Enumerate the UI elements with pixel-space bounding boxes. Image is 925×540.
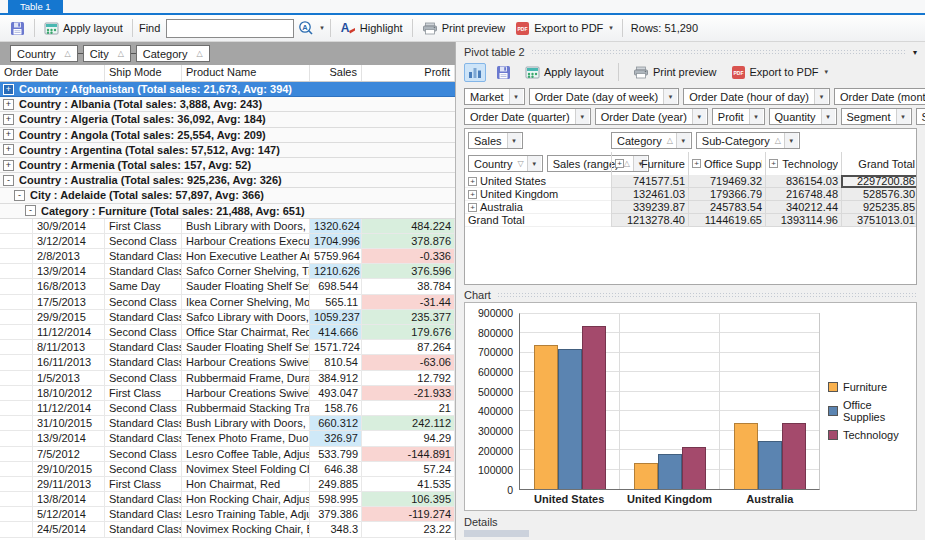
cell-sales[interactable]: 1059.237 [310, 310, 362, 324]
print-preview-button[interactable]: Print preview [417, 20, 511, 37]
cell-profit[interactable]: 12.792 [362, 371, 455, 385]
field-dropdown-icon[interactable]: ▾ [821, 109, 835, 124]
pivot-cell[interactable]: 339239.87 [611, 201, 688, 214]
column-header-order-date[interactable]: Order Date [0, 65, 105, 81]
cell-ship-mode[interactable]: Standard Class [105, 355, 182, 369]
group-row[interactable]: +Country : Afghanistan (Total sales: 21,… [0, 82, 455, 97]
cell-product-name[interactable]: Bush Library with Doors, Mobile [182, 416, 310, 430]
filter-chip-order-date-hour-of-day[interactable]: Order Date (hour of day)▾ [683, 88, 830, 105]
column-header-ship-mode[interactable]: Ship Mode [105, 65, 182, 81]
cell-order-date[interactable]: 30/9/2014 [33, 219, 105, 233]
cell-profit[interactable]: 235.377 [362, 310, 455, 324]
cell-product-name[interactable]: Tenex Photo Frame, Duo Pack [182, 431, 310, 445]
filter-chip-state[interactable]: State▾ [916, 108, 925, 125]
cell-sales[interactable]: 348.3 [310, 522, 362, 536]
cell-sales[interactable]: 1210.626 [310, 264, 362, 278]
cell-profit[interactable]: 23.22 [362, 522, 455, 536]
cell-profit[interactable]: 57.24 [362, 462, 455, 476]
data-row[interactable]: 8/11/2013Standard ClassSauder Floating S… [0, 340, 455, 355]
cell-ship-mode[interactable]: Standard Class [105, 310, 182, 324]
cell-ship-mode[interactable]: Second Class [105, 447, 182, 461]
pivot-cell[interactable]: 1393114.96 [765, 214, 841, 227]
cell-product-name[interactable]: Ikea Corner Shelving, Mobile [182, 295, 310, 309]
details-collapsed-bar[interactable] [464, 530, 529, 537]
expand-group-icon[interactable]: + [3, 114, 14, 125]
cell-sales[interactable]: 414.666 [310, 325, 362, 339]
cell-profit[interactable]: 376.596 [362, 264, 455, 278]
column-field-chip-category[interactable]: Category△▾ [611, 132, 692, 149]
expand-group-icon[interactable]: + [3, 129, 14, 140]
cell-product-name[interactable]: Harbour Creations Swivel Stool, . [182, 386, 310, 400]
cell-sales[interactable]: 660.312 [310, 416, 362, 430]
expand-group-icon[interactable]: + [3, 144, 14, 155]
pivot-cell[interactable]: 132461.03 [611, 188, 688, 201]
search-dropdown-arrow[interactable]: ▾ [320, 24, 324, 32]
pivot-export-pdf-button[interactable]: PDF Export to PDF ▾ [727, 63, 833, 82]
column-field-chip-sub-category[interactable]: Sub-Category△▾ [696, 132, 800, 149]
cell-ship-mode[interactable]: Standard Class [105, 492, 182, 506]
cell-ship-mode[interactable]: Standard Class [105, 340, 182, 354]
cell-order-date[interactable]: 13/8/2014 [33, 492, 105, 506]
expand-group-icon[interactable]: + [3, 160, 14, 171]
data-row[interactable]: 29/11/2013First ClassHon Chairmat, Red24… [0, 477, 455, 492]
highlight-button[interactable]: A Highlight [335, 19, 408, 37]
cell-order-date[interactable]: 18/10/2012 [33, 386, 105, 400]
filter-chip-segment[interactable]: Segment▾ [841, 108, 912, 125]
cell-order-date[interactable]: 13/9/2014 [33, 264, 105, 278]
cell-order-date[interactable]: 11/12/2014 [33, 401, 105, 415]
field-dropdown-icon[interactable]: ▾ [749, 109, 763, 124]
cell-ship-mode[interactable]: Second Class [105, 462, 182, 476]
cell-profit[interactable]: 38.784 [362, 279, 455, 293]
group-row[interactable]: +Country : Algeria (Total sales: 36,092,… [0, 112, 455, 127]
group-row[interactable]: +Country : Armenia (Total sales: 157, Av… [0, 158, 455, 173]
row-field-chip-country[interactable]: Country▽▾ [468, 155, 543, 172]
cell-ship-mode[interactable]: Second Class [105, 295, 182, 309]
cell-profit[interactable]: 106.395 [362, 492, 455, 506]
column-header-profit[interactable]: Profit [362, 65, 455, 81]
cell-sales[interactable]: 158.76 [310, 401, 362, 415]
data-row[interactable]: 1/5/2013Second ClassRubbermaid Frame, Du… [0, 371, 455, 386]
expand-column-icon[interactable]: + [769, 159, 778, 168]
field-dropdown-icon[interactable]: ▾ [507, 133, 521, 148]
cell-order-date[interactable]: 16/8/2013 [33, 279, 105, 293]
group-row[interactable]: -Category : Furniture (Total sales: 21,4… [0, 204, 455, 219]
cell-profit[interactable]: -0.336 [362, 249, 455, 263]
export-pdf-dropdown-arrow[interactable]: ▾ [609, 24, 613, 32]
data-row[interactable]: 29/10/2015Second ClassNovimex Steel Fold… [0, 462, 455, 477]
filter-chip-order-date-month[interactable]: Order Date (month)▾ [834, 88, 925, 105]
cell-sales[interactable]: 326.97 [310, 431, 362, 445]
pivot-cell[interactable]: 340212.44 [765, 201, 841, 214]
data-row[interactable]: 18/10/2012First ClassHarbour Creations S… [0, 386, 455, 401]
filter-chip-order-date-year[interactable]: Order Date (year)▾ [595, 108, 708, 125]
pivot-print-preview-button[interactable]: Print preview [629, 64, 721, 81]
pivot-row-header-united-kingdom[interactable]: +United Kingdom [465, 188, 611, 201]
cell-product-name[interactable]: Lesro Coffee Table, Adjustable H [182, 447, 310, 461]
group-row[interactable]: -City : Adelaide (Total sales: 57,897, A… [0, 188, 455, 203]
group-field-chip-city[interactable]: City△ [83, 45, 131, 62]
cell-sales[interactable]: 598.995 [310, 492, 362, 506]
pivot-cell[interactable]: 741577.51 [611, 175, 688, 188]
cell-profit[interactable]: 41.535 [362, 477, 455, 491]
pivot-column-header-technology[interactable]: +Technology [765, 152, 841, 175]
cell-sales[interactable]: 565.11 [310, 295, 362, 309]
cell-order-date[interactable]: 3/12/2014 [33, 234, 105, 248]
field-dropdown-icon[interactable]: ▾ [676, 133, 690, 148]
expand-column-icon[interactable]: + [615, 159, 624, 168]
cell-order-date[interactable]: 31/10/2015 [33, 416, 105, 430]
cell-sales[interactable]: 646.38 [310, 462, 362, 476]
data-row[interactable]: 11/12/2014Second ClassOffice Star Chairm… [0, 325, 455, 340]
cell-product-name[interactable]: Harbour Creations Swivel Stool, [182, 355, 310, 369]
pivot-cell[interactable]: 528576.30 [841, 188, 917, 201]
chart-toggle-button[interactable] [464, 63, 486, 82]
group-row[interactable]: -Country : Australia (Total sales: 925,2… [0, 173, 455, 188]
expand-group-icon[interactable]: + [3, 84, 14, 95]
field-dropdown-icon[interactable]: ▾ [896, 109, 910, 124]
cell-order-date[interactable]: 29/10/2015 [33, 462, 105, 476]
group-field-chip-country[interactable]: Country△ [10, 45, 78, 62]
cell-product-name[interactable]: Office Star Chairmat, Red [182, 325, 310, 339]
data-row[interactable]: 16/8/2013Same DaySauder Floating Shelf S… [0, 279, 455, 294]
field-dropdown-icon[interactable]: ▾ [784, 133, 798, 148]
group-by-panel[interactable]: Country△City△Category△ [0, 42, 455, 65]
cell-ship-mode[interactable]: First Class [105, 386, 182, 400]
data-row[interactable]: 13/9/2014Standard ClassSafco Corner Shel… [0, 264, 455, 279]
